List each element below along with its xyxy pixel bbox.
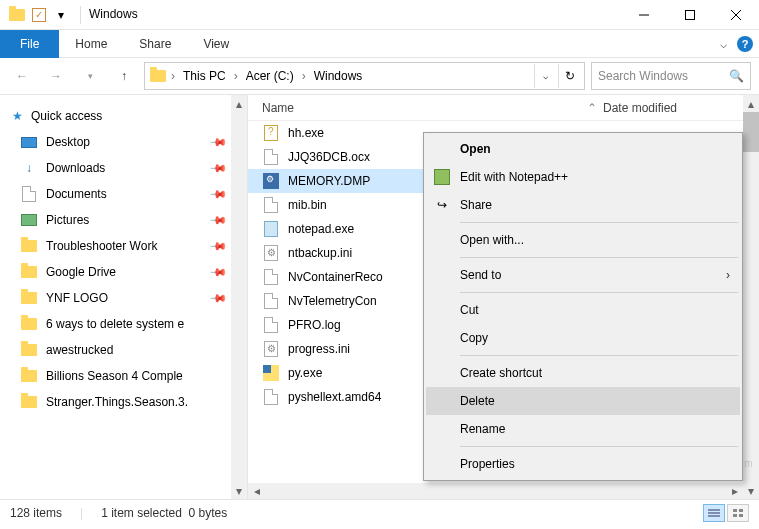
navpane-item-label: Desktop (46, 135, 90, 149)
search-input[interactable]: Search Windows 🔍 (591, 62, 751, 90)
recent-dropdown[interactable]: ▾ (76, 62, 104, 90)
scroll-left-icon[interactable]: ◂ (248, 483, 265, 499)
folder-icon (20, 263, 38, 281)
scroll-down-icon[interactable]: ▾ (743, 482, 759, 499)
ctx-share[interactable]: ↪ Share (426, 191, 740, 219)
icons-view-button[interactable] (727, 504, 749, 522)
scroll-up-icon[interactable]: ▴ (231, 95, 247, 112)
ctx-cut[interactable]: Cut (426, 296, 740, 324)
column-name[interactable]: Name⌃ (248, 95, 603, 120)
folder-icon (149, 67, 167, 85)
desktop-icon (20, 133, 38, 151)
ctx-create-shortcut[interactable]: Create shortcut (426, 359, 740, 387)
file-icon (262, 316, 280, 334)
documents-icon (20, 185, 38, 203)
view-tab[interactable]: View (187, 30, 245, 58)
ctx-rename[interactable]: Rename (426, 415, 740, 443)
navpane-item[interactable]: Documents📌 (0, 181, 247, 207)
file-icon (262, 364, 280, 382)
refresh-button[interactable]: ↻ (558, 64, 580, 88)
file-name: mib.bin (288, 198, 327, 212)
minimize-button[interactable] (621, 0, 667, 30)
breadcrumb-drive[interactable]: Acer (C:) (242, 64, 298, 88)
navpane-item[interactable]: Desktop📌 (0, 129, 247, 155)
chevron-right-icon[interactable]: › (300, 69, 308, 83)
folder-icon (20, 341, 38, 359)
navigation-bar: ← → ▾ ↑ › This PC › Acer (C:) › Windows … (0, 58, 759, 94)
pin-icon: 📌 (208, 158, 227, 177)
sort-caret-icon: ⌃ (587, 101, 597, 115)
folder-icon (20, 237, 38, 255)
navpane-item[interactable]: Stranger.Things.Season.3. (0, 389, 247, 415)
star-icon: ★ (12, 109, 23, 123)
ctx-edit-notepadpp[interactable]: Edit with Notepad++ (426, 163, 740, 191)
navpane-item[interactable]: Billions Season 4 Comple (0, 363, 247, 389)
chevron-right-icon[interactable]: › (232, 69, 240, 83)
forward-button[interactable]: → (42, 62, 70, 90)
filelist-scrollbar[interactable]: ▴ ▾ (743, 95, 759, 499)
close-button[interactable] (713, 0, 759, 30)
horizontal-scrollbar[interactable]: ◂ ▸ (248, 483, 743, 499)
breadcrumb-windows[interactable]: Windows (310, 64, 367, 88)
ctx-send-to[interactable]: Send to› (426, 261, 740, 289)
navpane-item-label: Google Drive (46, 265, 116, 279)
navpane-item[interactable]: 6 ways to delete system e (0, 311, 247, 337)
scroll-down-icon[interactable]: ▾ (231, 482, 247, 499)
search-placeholder: Search Windows (598, 69, 688, 83)
breadcrumb-this-pc[interactable]: This PC (179, 64, 230, 88)
quick-access-label: Quick access (31, 109, 102, 123)
share-tab[interactable]: Share (123, 30, 187, 58)
chevron-right-icon[interactable]: › (169, 69, 177, 83)
file-icon: ⚙ (262, 172, 280, 190)
file-icon (262, 388, 280, 406)
pin-icon: 📌 (208, 132, 227, 151)
file-name: progress.ini (288, 342, 350, 356)
navpane-item-label: awestrucked (46, 343, 113, 357)
address-dropdown[interactable]: ⌵ (534, 64, 556, 88)
ctx-open[interactable]: Open (426, 135, 740, 163)
file-tab[interactable]: File (0, 30, 59, 58)
navpane-item[interactable]: ↓Downloads📌 (0, 155, 247, 181)
title-bar: ✓ ▾ Windows (0, 0, 759, 30)
file-icon: ⚙ (262, 340, 280, 358)
file-icon (262, 220, 280, 238)
back-button[interactable]: ← (8, 62, 36, 90)
up-button[interactable]: ↑ (110, 62, 138, 90)
navpane-item[interactable]: awestrucked (0, 337, 247, 363)
navpane-item[interactable]: YNF LOGO📌 (0, 285, 247, 311)
address-bar[interactable]: › This PC › Acer (C:) › Windows ⌵ ↻ (144, 62, 585, 90)
maximize-button[interactable] (667, 0, 713, 30)
navpane-item-label: YNF LOGO (46, 291, 108, 305)
file-name: py.exe (288, 366, 322, 380)
pin-icon: 📌 (208, 236, 227, 255)
status-selected: 1 item selected 0 bytes (101, 506, 227, 520)
file-name: notepad.exe (288, 222, 354, 236)
folder-icon (20, 393, 38, 411)
properties-qat-icon[interactable]: ✓ (32, 8, 46, 22)
details-view-button[interactable] (703, 504, 725, 522)
navpane-item-label: Stranger.Things.Season.3. (46, 395, 188, 409)
search-icon[interactable]: 🔍 (729, 69, 744, 83)
quick-access-header[interactable]: ★ Quick access (0, 103, 247, 129)
column-headers: Name⌃ Date modified (248, 95, 759, 121)
file-name: MEMORY.DMP (288, 174, 370, 188)
folder-icon (20, 289, 38, 307)
scroll-right-icon[interactable]: ▸ (726, 483, 743, 499)
navpane-item[interactable]: Google Drive📌 (0, 259, 247, 285)
ctx-delete[interactable]: Delete (426, 387, 740, 415)
home-tab[interactable]: Home (59, 30, 123, 58)
navpane-item[interactable]: Troubleshooter Work📌 (0, 233, 247, 259)
ctx-properties[interactable]: Properties (426, 450, 740, 478)
pin-icon: 📌 (208, 262, 227, 281)
navpane-scrollbar[interactable]: ▴ ▾ (231, 95, 247, 499)
scrollbar-thumb[interactable] (743, 112, 759, 152)
scroll-up-icon[interactable]: ▴ (743, 95, 759, 112)
help-icon[interactable]: ? (737, 36, 753, 52)
file-icon (262, 268, 280, 286)
ribbon-expand-icon[interactable]: ⌵ (720, 37, 727, 51)
column-date-modified[interactable]: Date modified (603, 95, 743, 120)
ctx-open-with[interactable]: Open with... (426, 226, 740, 254)
navpane-item[interactable]: Pictures📌 (0, 207, 247, 233)
qat-dropdown-icon[interactable]: ▾ (52, 6, 70, 24)
ctx-copy[interactable]: Copy (426, 324, 740, 352)
